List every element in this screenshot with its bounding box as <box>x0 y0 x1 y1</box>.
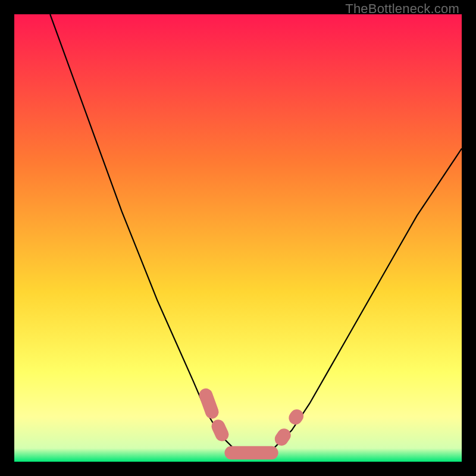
svg-rect-2 <box>224 446 278 460</box>
bottleneck-chart <box>14 14 462 462</box>
chart-frame <box>14 14 462 462</box>
marker-pill-bottom <box>224 446 278 460</box>
chart-background <box>14 14 462 462</box>
watermark-label: TheBottleneck.com <box>345 1 459 17</box>
